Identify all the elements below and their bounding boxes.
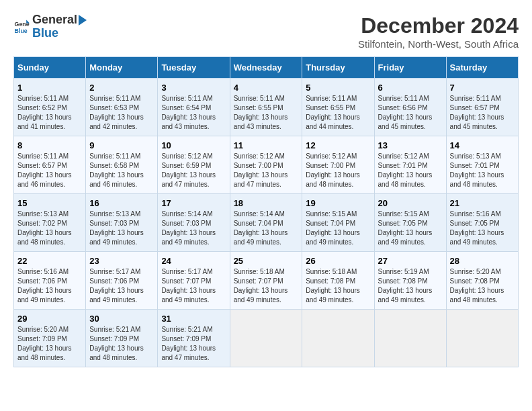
calendar-cell: 8 Sunrise: 5:11 AMSunset: 6:57 PMDayligh… xyxy=(14,136,86,194)
day-number: 3 xyxy=(161,83,226,93)
calendar-cell: 9 Sunrise: 5:11 AMSunset: 6:58 PMDayligh… xyxy=(86,136,158,194)
calendar-table: SundayMondayTuesdayWednesdayThursdayFrid… xyxy=(13,56,519,367)
day-number: 2 xyxy=(89,83,154,93)
calendar-cell: 31 Sunrise: 5:21 AMSunset: 7:09 PMDaylig… xyxy=(158,310,230,367)
day-info: Sunrise: 5:12 AMSunset: 7:00 PMDaylight:… xyxy=(306,152,370,189)
calendar-title-area: December 2024 Stilfontein, North-West, S… xyxy=(358,13,519,50)
weekday-header-monday: Monday xyxy=(86,57,158,79)
day-number: 20 xyxy=(378,198,443,208)
day-info: Sunrise: 5:21 AMSunset: 7:09 PMDaylight:… xyxy=(89,325,154,363)
day-number: 15 xyxy=(17,198,82,208)
weekday-header-tuesday: Tuesday xyxy=(158,57,230,79)
logo-icon: General Blue xyxy=(13,19,30,35)
calendar-header: SundayMondayTuesdayWednesdayThursdayFrid… xyxy=(14,57,519,79)
day-info: Sunrise: 5:11 AMSunset: 6:55 PMDaylight:… xyxy=(306,94,370,132)
calendar-cell: 11 Sunrise: 5:12 AMSunset: 7:00 PMDaylig… xyxy=(230,136,302,194)
weekday-header-friday: Friday xyxy=(374,57,446,79)
day-number: 18 xyxy=(234,198,299,208)
day-number: 29 xyxy=(17,314,82,324)
day-info: Sunrise: 5:11 AMSunset: 6:57 PMDaylight:… xyxy=(17,152,82,189)
day-number: 31 xyxy=(161,314,226,324)
day-number: 14 xyxy=(450,140,515,150)
calendar-cell: 18 Sunrise: 5:14 AMSunset: 7:04 PMDaylig… xyxy=(230,194,302,252)
day-number: 24 xyxy=(161,256,226,266)
calendar-cell: 17 Sunrise: 5:14 AMSunset: 7:03 PMDaylig… xyxy=(158,194,230,252)
day-info: Sunrise: 5:12 AMSunset: 6:59 PMDaylight:… xyxy=(161,152,226,189)
calendar-week-row: 1 Sunrise: 5:11 AMSunset: 6:52 PMDayligh… xyxy=(14,79,519,136)
calendar-location: Stilfontein, North-West, South Africa xyxy=(358,38,519,50)
calendar-cell: 27 Sunrise: 5:19 AMSunset: 7:08 PMDaylig… xyxy=(374,252,446,310)
day-number: 7 xyxy=(450,83,515,93)
logo-wordmark: General Blue xyxy=(32,13,89,40)
calendar-cell: 19 Sunrise: 5:15 AMSunset: 7:04 PMDaylig… xyxy=(302,194,374,252)
day-number: 26 xyxy=(306,256,370,266)
day-number: 27 xyxy=(378,256,443,266)
weekday-header-sunday: Sunday xyxy=(14,57,86,79)
day-info: Sunrise: 5:21 AMSunset: 7:09 PMDaylight:… xyxy=(161,325,226,363)
day-number: 17 xyxy=(161,198,226,208)
day-info: Sunrise: 5:16 AMSunset: 7:06 PMDaylight:… xyxy=(17,267,82,305)
day-number: 23 xyxy=(89,256,154,266)
calendar-cell: 29 Sunrise: 5:20 AMSunset: 7:09 PMDaylig… xyxy=(14,310,86,367)
day-info: Sunrise: 5:18 AMSunset: 7:07 PMDaylight:… xyxy=(234,267,299,305)
day-info: Sunrise: 5:11 AMSunset: 6:53 PMDaylight:… xyxy=(89,94,154,132)
calendar-cell: 30 Sunrise: 5:21 AMSunset: 7:09 PMDaylig… xyxy=(86,310,158,367)
calendar-cell: 10 Sunrise: 5:12 AMSunset: 6:59 PMDaylig… xyxy=(158,136,230,194)
day-info: Sunrise: 5:14 AMSunset: 7:03 PMDaylight:… xyxy=(161,210,226,247)
calendar-cell xyxy=(374,310,446,367)
calendar-cell xyxy=(230,310,302,367)
day-number: 6 xyxy=(378,83,443,93)
day-number: 30 xyxy=(89,314,154,324)
weekday-header-row: SundayMondayTuesdayWednesdayThursdayFrid… xyxy=(14,57,519,79)
calendar-cell: 16 Sunrise: 5:13 AMSunset: 7:03 PMDaylig… xyxy=(86,194,158,252)
calendar-cell: 25 Sunrise: 5:18 AMSunset: 7:07 PMDaylig… xyxy=(230,252,302,310)
day-info: Sunrise: 5:12 AMSunset: 7:00 PMDaylight:… xyxy=(234,152,299,189)
logo: General Blue General Blue xyxy=(13,13,89,40)
calendar-cell: 23 Sunrise: 5:17 AMSunset: 7:06 PMDaylig… xyxy=(86,252,158,310)
calendar-cell: 13 Sunrise: 5:12 AMSunset: 7:01 PMDaylig… xyxy=(374,136,446,194)
day-info: Sunrise: 5:11 AMSunset: 6:54 PMDaylight:… xyxy=(161,94,226,132)
calendar-month-year: December 2024 xyxy=(358,13,519,38)
calendar-cell: 2 Sunrise: 5:11 AMSunset: 6:53 PMDayligh… xyxy=(86,79,158,136)
calendar-cell: 4 Sunrise: 5:11 AMSunset: 6:55 PMDayligh… xyxy=(230,79,302,136)
day-number: 25 xyxy=(234,256,299,266)
day-info: Sunrise: 5:15 AMSunset: 7:05 PMDaylight:… xyxy=(378,210,443,247)
day-number: 5 xyxy=(306,83,370,93)
day-info: Sunrise: 5:11 AMSunset: 6:56 PMDaylight:… xyxy=(378,94,443,132)
calendar-cell xyxy=(302,310,374,367)
day-number: 4 xyxy=(234,83,299,93)
day-info: Sunrise: 5:17 AMSunset: 7:06 PMDaylight:… xyxy=(89,267,154,305)
day-number: 21 xyxy=(450,198,515,208)
calendar-body: 1 Sunrise: 5:11 AMSunset: 6:52 PMDayligh… xyxy=(14,79,519,367)
day-info: Sunrise: 5:19 AMSunset: 7:08 PMDaylight:… xyxy=(378,267,443,305)
calendar-cell: 28 Sunrise: 5:20 AMSunset: 7:08 PMDaylig… xyxy=(446,252,518,310)
page-header: General Blue General Blue December 2024 … xyxy=(13,13,519,50)
calendar-week-row: 29 Sunrise: 5:20 AMSunset: 7:09 PMDaylig… xyxy=(14,310,519,367)
day-info: Sunrise: 5:11 AMSunset: 6:58 PMDaylight:… xyxy=(89,152,154,189)
calendar-cell: 24 Sunrise: 5:17 AMSunset: 7:07 PMDaylig… xyxy=(158,252,230,310)
calendar-cell: 6 Sunrise: 5:11 AMSunset: 6:56 PMDayligh… xyxy=(374,79,446,136)
day-number: 13 xyxy=(378,140,443,150)
day-info: Sunrise: 5:11 AMSunset: 6:57 PMDaylight:… xyxy=(450,94,515,132)
day-number: 9 xyxy=(89,140,154,150)
weekday-header-thursday: Thursday xyxy=(302,57,374,79)
day-info: Sunrise: 5:20 AMSunset: 7:09 PMDaylight:… xyxy=(17,325,82,363)
day-info: Sunrise: 5:18 AMSunset: 7:08 PMDaylight:… xyxy=(306,267,370,305)
calendar-cell: 22 Sunrise: 5:16 AMSunset: 7:06 PMDaylig… xyxy=(14,252,86,310)
day-number: 22 xyxy=(17,256,82,266)
calendar-cell: 12 Sunrise: 5:12 AMSunset: 7:00 PMDaylig… xyxy=(302,136,374,194)
day-info: Sunrise: 5:20 AMSunset: 7:08 PMDaylight:… xyxy=(450,267,515,305)
day-number: 10 xyxy=(161,140,226,150)
day-number: 1 xyxy=(17,83,82,93)
logo-general: General xyxy=(32,13,77,27)
day-info: Sunrise: 5:13 AMSunset: 7:02 PMDaylight:… xyxy=(17,210,82,247)
calendar-week-row: 15 Sunrise: 5:13 AMSunset: 7:02 PMDaylig… xyxy=(14,194,519,252)
calendar-cell: 3 Sunrise: 5:11 AMSunset: 6:54 PMDayligh… xyxy=(158,79,230,136)
day-info: Sunrise: 5:16 AMSunset: 7:05 PMDaylight:… xyxy=(450,210,515,247)
logo-blue: Blue xyxy=(32,26,58,40)
svg-marker-3 xyxy=(79,15,87,26)
day-info: Sunrise: 5:13 AMSunset: 7:03 PMDaylight:… xyxy=(89,210,154,247)
calendar-cell: 5 Sunrise: 5:11 AMSunset: 6:55 PMDayligh… xyxy=(302,79,374,136)
day-info: Sunrise: 5:13 AMSunset: 7:01 PMDaylight:… xyxy=(450,152,515,189)
calendar-week-row: 22 Sunrise: 5:16 AMSunset: 7:06 PMDaylig… xyxy=(14,252,519,310)
